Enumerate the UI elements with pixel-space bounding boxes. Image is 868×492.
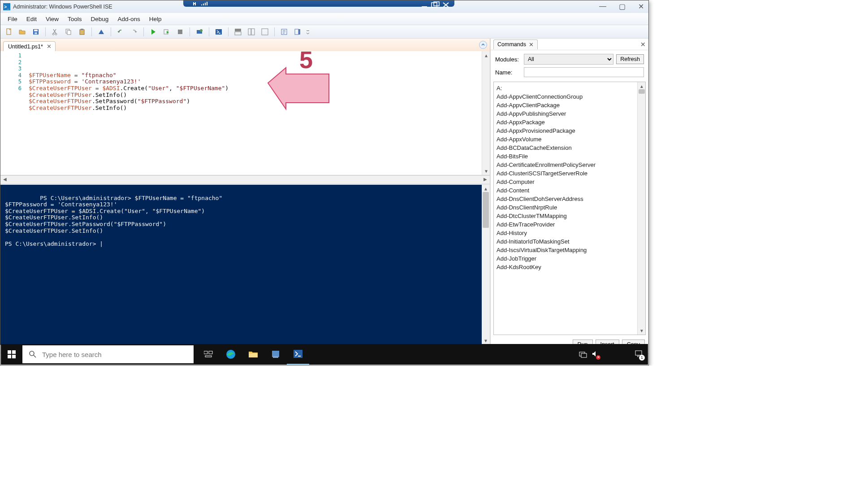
menu-addons[interactable]: Add-ons	[113, 14, 144, 24]
svg-rect-32	[298, 29, 300, 35]
collapse-script-pane-button[interactable]	[479, 41, 487, 49]
show-script-right-button[interactable]	[246, 26, 257, 37]
command-item[interactable]: Add-AppvClientConnectionGroup	[497, 92, 635, 101]
undo-button[interactable]	[115, 26, 126, 37]
svg-rect-43	[249, 353, 258, 357]
minimize-button[interactable]: —	[599, 2, 606, 11]
show-command-addon-button[interactable]	[292, 26, 303, 37]
menu-tools[interactable]: Tools	[63, 14, 86, 24]
command-item[interactable]: Add-DnsClientDohServerAddress	[497, 195, 635, 203]
commands-tab-close-icon[interactable]: ✕	[529, 41, 534, 48]
command-item[interactable]: Add-AppxProvisionedPackage	[497, 126, 635, 135]
editor-tab[interactable]: Untitled1.ps1* ✕	[3, 41, 56, 51]
start-button[interactable]	[1, 344, 22, 365]
show-script-max-button[interactable]	[259, 26, 271, 37]
command-item[interactable]: Add-History	[497, 229, 635, 237]
svg-rect-6	[207, 2, 207, 5]
redo-button[interactable]	[128, 26, 140, 37]
clear-console-button[interactable]	[95, 26, 107, 37]
stop-button[interactable]	[174, 26, 186, 37]
command-item[interactable]: Add-InitiatorIdToMaskingSet	[497, 237, 635, 246]
menu-debug[interactable]: Debug	[86, 14, 113, 24]
svg-rect-37	[12, 355, 16, 358]
toolbar-overflow-button[interactable]	[305, 26, 311, 37]
new-file-button[interactable]	[3, 26, 15, 37]
svg-rect-41	[205, 356, 212, 357]
menu-file[interactable]: File	[3, 14, 22, 24]
tab-close-icon[interactable]: ✕	[47, 43, 52, 50]
save-button[interactable]	[30, 26, 42, 37]
svg-rect-8	[432, 3, 437, 7]
run-selection-button[interactable]	[161, 26, 173, 37]
mdi-caption-buttons[interactable]	[417, 0, 456, 11]
command-item[interactable]: Add-DnsClientNrptRule	[497, 203, 635, 212]
command-item[interactable]: Add-DtcClusterTMMapping	[497, 212, 635, 220]
svg-rect-39	[204, 351, 207, 354]
console-pane[interactable]: PS C:\Users\administrador> $FTPUserName …	[0, 183, 490, 345]
ise-window: >_ Administrator: Windows PowerShell ISE…	[0, 0, 649, 366]
task-view-icon[interactable]	[197, 344, 220, 365]
command-item[interactable]: Add-Computer	[497, 178, 635, 186]
refresh-button[interactable]: Refresh	[616, 54, 644, 64]
command-item[interactable]: Add-Content	[497, 186, 635, 195]
commands-tab[interactable]: Commands ✕	[493, 39, 538, 49]
show-script-top-button[interactable]	[232, 26, 244, 37]
commands-tab-header: Commands ✕ ✕	[491, 39, 648, 50]
editor-vertical-scrollbar[interactable]: ▲ ▼	[482, 51, 490, 175]
server-manager-icon[interactable]	[264, 344, 287, 365]
command-item[interactable]: Add-AppxPackage	[497, 118, 635, 126]
svg-rect-36	[8, 355, 11, 358]
start-powershell-exe-button[interactable]	[213, 26, 225, 37]
powershell-ise-taskbar-icon[interactable]	[287, 344, 309, 365]
taskbar-search[interactable]	[22, 345, 194, 363]
copy-button[interactable]	[63, 26, 74, 37]
command-item[interactable]: Add-KdsRootKey	[497, 263, 635, 271]
command-item[interactable]: Add-CertificateEnrollmentPolicyServer	[497, 161, 635, 169]
command-item[interactable]: Add-JobTrigger	[497, 254, 635, 263]
command-item[interactable]: Add-ClusteriSCSITargetServerRole	[497, 169, 635, 178]
command-item[interactable]: Add-AppvClientPackage	[497, 101, 635, 109]
maximize-button[interactable]: ▢	[619, 2, 626, 11]
open-file-button[interactable]	[17, 26, 28, 37]
svg-rect-26	[235, 32, 241, 35]
command-item[interactable]: Add-IscsiVirtualDiskTargetMapping	[497, 246, 635, 254]
svg-rect-35	[12, 350, 16, 354]
code-area[interactable]: $FTPUserName = "ftpnacho"$FTPPassword = …	[25, 51, 482, 175]
commands-list[interactable]: A:Add-AppvClientConnectionGroupAdd-AppvC…	[494, 82, 637, 335]
modules-dropdown[interactable]: All	[524, 54, 613, 65]
close-button[interactable]: ✕	[638, 2, 644, 11]
run-script-button[interactable]	[147, 26, 159, 37]
outer-caption-buttons: — ▢ ✕	[599, 2, 644, 11]
action-center-icon[interactable]: 1	[635, 350, 643, 359]
menu-help[interactable]: Help	[145, 14, 166, 24]
svg-rect-48	[581, 353, 587, 357]
menu-edit[interactable]: Edit	[22, 14, 41, 24]
tray-network-icon[interactable]	[579, 351, 587, 358]
new-remote-tab-button[interactable]	[194, 26, 205, 37]
commands-list-scrollbar[interactable]: ▲ ▼	[637, 82, 645, 335]
command-item[interactable]: Add-AppvPublishingServer	[497, 109, 635, 118]
paste-button[interactable]	[76, 26, 88, 37]
console-vertical-scrollbar[interactable]: ▲ ▼	[482, 185, 490, 345]
commands-pane-close-icon[interactable]: ✕	[640, 41, 646, 48]
cut-button[interactable]	[49, 26, 61, 37]
svg-rect-0	[193, 2, 194, 5]
svg-rect-31	[295, 29, 298, 35]
name-filter-input[interactable]	[524, 67, 644, 77]
tray-volume-icon[interactable]: ✕	[592, 350, 599, 359]
command-item[interactable]: A:	[497, 84, 635, 92]
commands-list-wrap: A:Add-AppvClientConnectionGroupAdd-AppvC…	[493, 82, 646, 335]
svg-rect-12	[34, 30, 38, 31]
command-item[interactable]: Add-EtwTraceProvider	[497, 220, 635, 229]
taskbar-search-input[interactable]	[42, 351, 187, 358]
editor-horizontal-scrollbar[interactable]: ◀ ▶	[0, 175, 490, 183]
edge-icon[interactable]	[220, 344, 242, 365]
menu-view[interactable]: View	[41, 14, 63, 24]
script-editor[interactable]: 123456 $FTPUserName = "ftpnacho"$FTPPass…	[0, 51, 490, 175]
command-item[interactable]: Add-BCDataCacheExtension	[497, 144, 635, 152]
commands-filter: Modules: All Refresh Name:	[491, 50, 648, 78]
command-item[interactable]: Add-BitsFile	[497, 152, 635, 161]
show-command-button[interactable]	[278, 26, 290, 37]
file-explorer-icon[interactable]	[242, 344, 264, 365]
command-item[interactable]: Add-AppxVolume	[497, 135, 635, 144]
